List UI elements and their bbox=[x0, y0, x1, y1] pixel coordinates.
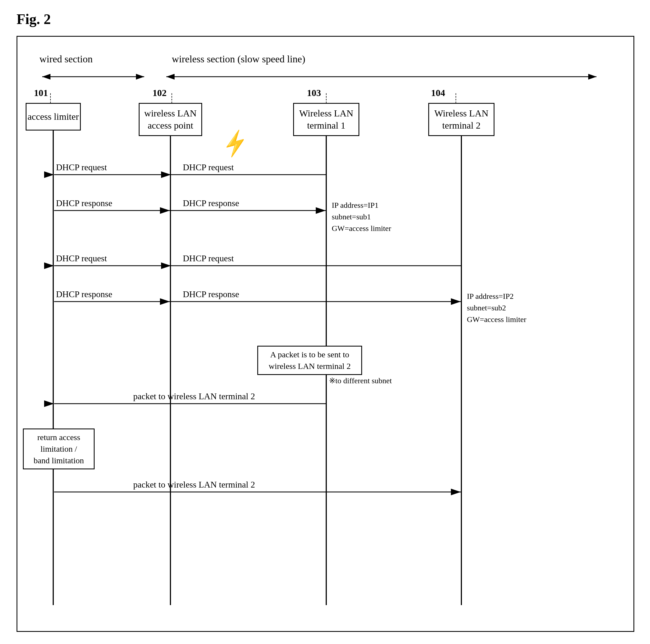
diagram-box: wired section wireless section (slow spe… bbox=[16, 36, 634, 632]
ip-info-terminal1: IP address=IP1subnet=sub1GW=access limit… bbox=[332, 200, 391, 234]
note-different-subnet: ※to different subnet bbox=[329, 376, 392, 385]
msg-label-dhcp-resp-1b: DHCP response bbox=[183, 198, 239, 208]
message-arrows bbox=[17, 37, 624, 616]
msg-label-dhcp-req-1b: DHCP request bbox=[183, 162, 234, 172]
note-packet-to-terminal2: A packet is to be sent towireless LAN te… bbox=[257, 346, 362, 375]
msg-label-packet-right: packet to wireless LAN terminal 2 bbox=[133, 480, 255, 490]
msg-label-dhcp-resp-2a: DHCP response bbox=[56, 289, 112, 299]
msg-label-dhcp-req-1a: DHCP request bbox=[56, 162, 107, 172]
fig-label: Fig. 2 bbox=[16, 11, 51, 27]
msg-label-dhcp-resp-1a: DHCP response bbox=[56, 198, 112, 208]
note-return-access: return access limitation /band limitatio… bbox=[23, 429, 95, 469]
msg-label-packet-left: packet to wireless LAN terminal 2 bbox=[133, 391, 255, 402]
ip-info-terminal2: IP address=IP2subnet=sub2GW=access limit… bbox=[467, 291, 527, 325]
msg-label-dhcp-req-2b: DHCP request bbox=[183, 253, 234, 264]
msg-label-dhcp-req-2a: DHCP request bbox=[56, 253, 107, 264]
msg-label-dhcp-resp-2b: DHCP response bbox=[183, 289, 239, 299]
